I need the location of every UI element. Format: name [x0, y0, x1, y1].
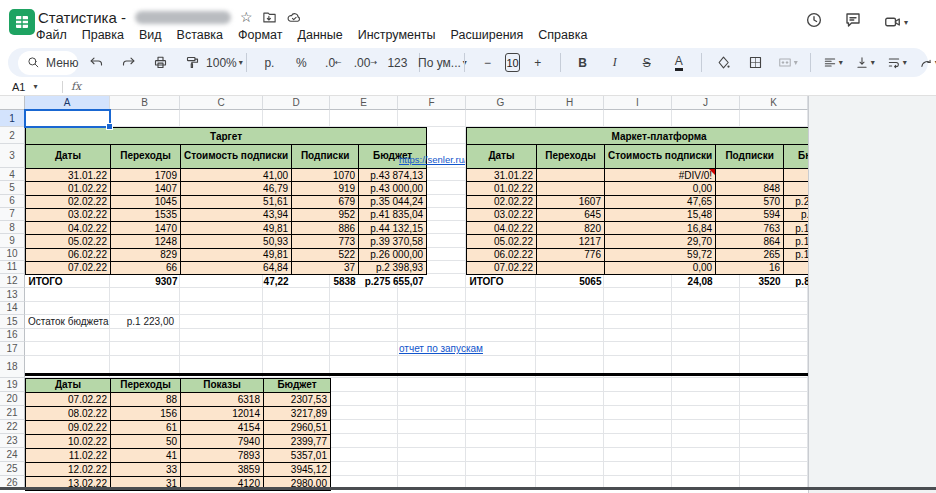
cell[interactable]: 763	[716, 222, 784, 235]
cell[interactable]: 6318	[181, 393, 264, 407]
cell[interactable]: 06.02.22	[467, 248, 537, 261]
cell[interactable]: р.43 000,00	[359, 182, 427, 195]
total-cell[interactable]: ИТОГО	[467, 275, 537, 289]
cell[interactable]: 0,00	[605, 261, 716, 274]
cell[interactable]: 51,61	[181, 195, 292, 208]
table-title-cell[interactable]: Маркет-платформа	[467, 128, 852, 145]
header-cell[interactable]: Подписки	[716, 145, 784, 169]
row-header-19[interactable]: 19	[0, 378, 25, 392]
meet-icon[interactable]: ▾	[883, 13, 908, 31]
cell[interactable]: 2960,51	[264, 421, 331, 435]
cell[interactable]: 1709	[111, 169, 181, 182]
row-header-3[interactable]: 3	[0, 144, 25, 168]
search-menu[interactable]: Меню	[18, 51, 78, 75]
column-header-K[interactable]: K	[740, 96, 808, 110]
cell[interactable]: 594	[716, 208, 784, 221]
cell[interactable]: 31.01.22	[467, 169, 537, 182]
cell[interactable]: 02.02.22	[26, 195, 111, 208]
row-header-4[interactable]: 4	[0, 168, 25, 181]
cell[interactable]: 07.02.22	[26, 261, 111, 274]
row-header-23[interactable]: 23	[0, 434, 25, 448]
column-header-I[interactable]: I	[604, 96, 672, 110]
cell[interactable]: 0,00	[605, 182, 716, 195]
cell[interactable]: 1070	[292, 169, 359, 182]
menu-item[interactable]: Вид	[139, 28, 162, 42]
cell[interactable]: 66	[111, 261, 181, 274]
font-size-input[interactable]: 10	[505, 53, 519, 72]
cell[interactable]: 156	[111, 407, 181, 421]
row-header-1[interactable]: 1	[0, 110, 25, 127]
column-header-H[interactable]: H	[536, 96, 604, 110]
cell[interactable]: 265	[716, 248, 784, 261]
cell[interactable]: 7893	[181, 449, 264, 463]
cell[interactable]: 50	[111, 435, 181, 449]
cell[interactable]: 11.02.22	[26, 449, 111, 463]
menu-item[interactable]: Правка	[82, 28, 124, 42]
budget-left-value[interactable]: р.1 223,00	[110, 315, 174, 329]
cell[interactable]: 10.02.22	[26, 435, 111, 449]
sheets-logo-icon[interactable]	[9, 9, 35, 39]
row-header-13[interactable]: 13	[0, 288, 25, 302]
header-cell[interactable]: Даты	[26, 145, 111, 169]
comments-icon[interactable]	[844, 11, 862, 33]
menu-item[interactable]: Расширения	[451, 28, 524, 42]
cell[interactable]: 43,94	[181, 208, 292, 221]
cell[interactable]: 645	[537, 208, 605, 221]
row-header-10[interactable]: 10	[0, 248, 25, 261]
header-cell[interactable]: Переходы	[537, 145, 605, 169]
column-header-J[interactable]: J	[672, 96, 740, 110]
column-header-F[interactable]: F	[398, 96, 466, 110]
menu-item[interactable]: Инструменты	[358, 28, 436, 42]
row-header-2[interactable]: 2	[0, 127, 25, 144]
cell[interactable]: 1217	[537, 235, 605, 248]
paint-format-button[interactable]	[178, 51, 206, 75]
total-cell[interactable]: 5065	[537, 275, 605, 289]
strikethrough-button[interactable]: S	[633, 51, 661, 75]
cell[interactable]: 07.02.22	[26, 393, 111, 407]
cell[interactable]: 04.02.22	[467, 222, 537, 235]
header-cell[interactable]: Стоимость подписки	[181, 145, 292, 169]
menu-item[interactable]: Файл	[36, 28, 67, 42]
header-cell[interactable]: Переходы	[111, 145, 181, 169]
move-folder-icon[interactable]	[262, 10, 277, 25]
row-header-14[interactable]: 14	[0, 302, 25, 316]
cell[interactable]: 49,81	[181, 248, 292, 261]
row-header-15[interactable]: 15	[0, 315, 25, 329]
cell[interactable]: 919	[292, 182, 359, 195]
cell[interactable]: 952	[292, 208, 359, 221]
cloud-status-icon[interactable]	[286, 10, 302, 25]
cell[interactable]: 07.02.22	[467, 261, 537, 274]
row-header-17[interactable]: 17	[0, 342, 25, 356]
bold-button[interactable]: B	[569, 51, 597, 75]
cell[interactable]	[537, 182, 605, 195]
table-title-cell[interactable]: Таргет	[26, 128, 427, 145]
cell[interactable]: 1535	[111, 208, 181, 221]
row-header-12[interactable]: 12	[0, 274, 25, 288]
cell[interactable]: 1407	[111, 182, 181, 195]
cell[interactable]: 05.02.22	[26, 235, 111, 248]
row-header-16[interactable]: 16	[0, 329, 25, 343]
cell[interactable]: 64,84	[181, 261, 292, 274]
total-cell[interactable]: р.275 655,07	[359, 275, 427, 289]
total-cell[interactable]: 24,08	[605, 275, 716, 289]
vertical-align-button[interactable]: ▾	[851, 51, 879, 75]
star-icon[interactable]: ☆	[240, 10, 253, 24]
report-link[interactable]: отчет по запускам	[399, 342, 483, 355]
cell[interactable]: 33	[111, 463, 181, 477]
cell[interactable]: р.26 000,00	[359, 248, 427, 261]
cell[interactable]: 1470	[111, 222, 181, 235]
total-cell[interactable]: 9307	[111, 275, 181, 289]
header-cell[interactable]: Стоимость подписки	[605, 145, 716, 169]
redo-button[interactable]	[114, 51, 142, 75]
cell[interactable]: 41	[111, 449, 181, 463]
cell[interactable]: 776	[537, 248, 605, 261]
horizontal-align-button[interactable]: ▾	[819, 51, 847, 75]
undo-button[interactable]	[82, 51, 110, 75]
cell[interactable]: 820	[537, 222, 605, 235]
cell[interactable]: 848	[716, 182, 784, 195]
sheet-grid[interactable]: ТаргетДатыПереходыСтоимость подпискиПодп…	[0, 96, 936, 493]
cell[interactable]: р.43 874,13	[359, 169, 427, 182]
cell[interactable]: р.2 398,93	[359, 261, 427, 274]
version-history-icon[interactable]	[805, 11, 823, 33]
cell[interactable]: 08.02.22	[26, 407, 111, 421]
